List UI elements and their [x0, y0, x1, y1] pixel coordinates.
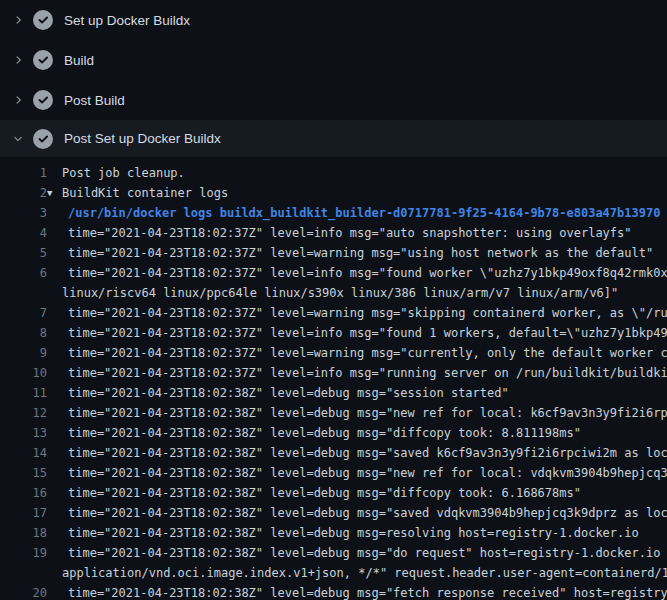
- chevron-right-icon[interactable]: [10, 12, 26, 28]
- step-row-2[interactable]: Post Build: [0, 80, 667, 120]
- log-line-text: linux/riscv64 linux/ppc64le linux/s390x …: [62, 283, 618, 303]
- chevron-right-icon[interactable]: [10, 52, 26, 68]
- log-line: 15 time="2021-04-23T18:02:38Z" level=deb…: [0, 463, 667, 483]
- log-line: 17 time="2021-04-23T18:02:38Z" level=deb…: [0, 503, 667, 523]
- log-line-text: BuildKit container logs: [62, 183, 228, 203]
- log-line: 7 time="2021-04-23T18:02:37Z" level=warn…: [0, 303, 667, 323]
- log-line-text: time="2021-04-23T18:02:38Z" level=debug …: [68, 583, 667, 600]
- log-line-text: application/vnd.oci.image.index.v1+json,…: [62, 563, 667, 583]
- log-line: application/vnd.oci.image.index.v1+json,…: [0, 563, 667, 583]
- log-line-text: time="2021-04-23T18:02:38Z" level=debug …: [68, 503, 667, 523]
- line-number[interactable]: 3: [0, 203, 47, 223]
- log-line: 16 time="2021-04-23T18:02:38Z" level=deb…: [0, 483, 667, 503]
- line-number[interactable]: 18: [0, 523, 47, 543]
- log-line: 11 time="2021-04-23T18:02:38Z" level=deb…: [0, 383, 667, 403]
- log-line: 13 time="2021-04-23T18:02:38Z" level=deb…: [0, 423, 667, 443]
- log-line-text: time="2021-04-23T18:02:37Z" level=info m…: [68, 263, 667, 283]
- log-line: 18 time="2021-04-23T18:02:38Z" level=deb…: [0, 523, 667, 543]
- steps-list: Set up Docker Buildx Build: [0, 0, 667, 157]
- log-line: 5 time="2021-04-23T18:02:37Z" level=warn…: [0, 243, 667, 263]
- line-number[interactable]: 9: [0, 343, 47, 363]
- log-line: 20 time="2021-04-23T18:02:38Z" level=deb…: [0, 583, 667, 600]
- log-line-text: time="2021-04-23T18:02:38Z" level=debug …: [68, 543, 667, 563]
- log-line-text: time="2021-04-23T18:02:37Z" level=info m…: [68, 323, 667, 343]
- check-circle-icon: [33, 90, 53, 110]
- step-row-3[interactable]: Post Set up Docker Buildx: [0, 120, 667, 157]
- log-line: 14 time="2021-04-23T18:02:38Z" level=deb…: [0, 443, 667, 463]
- line-number[interactable]: 17: [0, 503, 47, 523]
- log-line: 8 time="2021-04-23T18:02:37Z" level=info…: [0, 323, 667, 343]
- log-line-text: time="2021-04-23T18:02:38Z" level=debug …: [68, 403, 667, 423]
- check-circle-icon: [33, 10, 53, 30]
- chevron-right-icon[interactable]: [10, 92, 26, 108]
- chevron-down-icon[interactable]: [10, 131, 26, 147]
- log-line-text: time="2021-04-23T18:02:38Z" level=debug …: [68, 423, 581, 443]
- log-line: 19 time="2021-04-23T18:02:38Z" level=deb…: [0, 543, 667, 563]
- line-number[interactable]: 1: [0, 163, 47, 183]
- command-line-text: /usr/bin/docker logs buildx_buildkit_bui…: [68, 203, 660, 223]
- log-line: 1 Post job cleanup.: [0, 163, 667, 183]
- step-label: Post Set up Docker Buildx: [64, 131, 221, 146]
- log-line-text: Post job cleanup.: [62, 163, 185, 183]
- line-number[interactable]: 15: [0, 463, 47, 483]
- line-number: [0, 563, 47, 583]
- log-line-text: time="2021-04-23T18:02:38Z" level=debug …: [68, 443, 667, 463]
- log-line-text: time="2021-04-23T18:02:37Z" level=info m…: [68, 223, 632, 243]
- log-line-text: time="2021-04-23T18:02:38Z" level=debug …: [68, 383, 509, 403]
- step-label: Post Build: [64, 93, 125, 108]
- check-circle-icon: [33, 129, 53, 149]
- group-collapse-triangle-icon[interactable]: ▼: [47, 183, 59, 203]
- log-line: 4 time="2021-04-23T18:02:37Z" level=info…: [0, 223, 667, 243]
- log-line: 12 time="2021-04-23T18:02:38Z" level=deb…: [0, 403, 667, 423]
- line-number[interactable]: 14: [0, 443, 47, 463]
- line-number[interactable]: 12: [0, 403, 47, 423]
- step-label: Build: [64, 53, 94, 68]
- line-number[interactable]: 16: [0, 483, 47, 503]
- line-number[interactable]: 13: [0, 423, 47, 443]
- step-row-0[interactable]: Set up Docker Buildx: [0, 0, 667, 40]
- log-line: 9 time="2021-04-23T18:02:37Z" level=warn…: [0, 343, 667, 363]
- log-line: linux/riscv64 linux/ppc64le linux/s390x …: [0, 283, 667, 303]
- line-number[interactable]: 7: [0, 303, 47, 323]
- log-line-text: time="2021-04-23T18:02:38Z" level=debug …: [68, 463, 667, 483]
- log-line-text: time="2021-04-23T18:02:37Z" level=warnin…: [68, 303, 667, 323]
- line-number[interactable]: 4: [0, 223, 47, 243]
- line-number[interactable]: 2: [0, 183, 47, 203]
- log-group-header[interactable]: 2 ▼BuildKit container logs: [0, 183, 667, 203]
- log-line-text: time="2021-04-23T18:02:37Z" level=info m…: [68, 363, 667, 383]
- line-number[interactable]: 20: [0, 583, 47, 600]
- line-number[interactable]: 6: [0, 263, 47, 283]
- log-panel: 1 Post job cleanup. 2 ▼BuildKit containe…: [0, 157, 667, 600]
- log-line: 3 /usr/bin/docker logs buildx_buildkit_b…: [0, 203, 667, 223]
- step-label: Set up Docker Buildx: [64, 13, 190, 28]
- log-line-text: time="2021-04-23T18:02:38Z" level=debug …: [68, 483, 581, 503]
- line-number[interactable]: 5: [0, 243, 47, 263]
- line-number[interactable]: 11: [0, 383, 47, 403]
- line-number[interactable]: 10: [0, 363, 47, 383]
- log-line-text: time="2021-04-23T18:02:38Z" level=debug …: [68, 523, 639, 543]
- line-number: [0, 283, 47, 303]
- log-line: 6 time="2021-04-23T18:02:37Z" level=info…: [0, 263, 667, 283]
- line-number[interactable]: 8: [0, 323, 47, 343]
- log-line: 10 time="2021-04-23T18:02:37Z" level=inf…: [0, 363, 667, 383]
- log-line-text: time="2021-04-23T18:02:37Z" level=warnin…: [68, 343, 667, 363]
- log-line-text: time="2021-04-23T18:02:37Z" level=warnin…: [68, 243, 653, 263]
- step-row-1[interactable]: Build: [0, 40, 667, 80]
- check-circle-icon: [33, 50, 53, 70]
- line-number[interactable]: 19: [0, 543, 47, 563]
